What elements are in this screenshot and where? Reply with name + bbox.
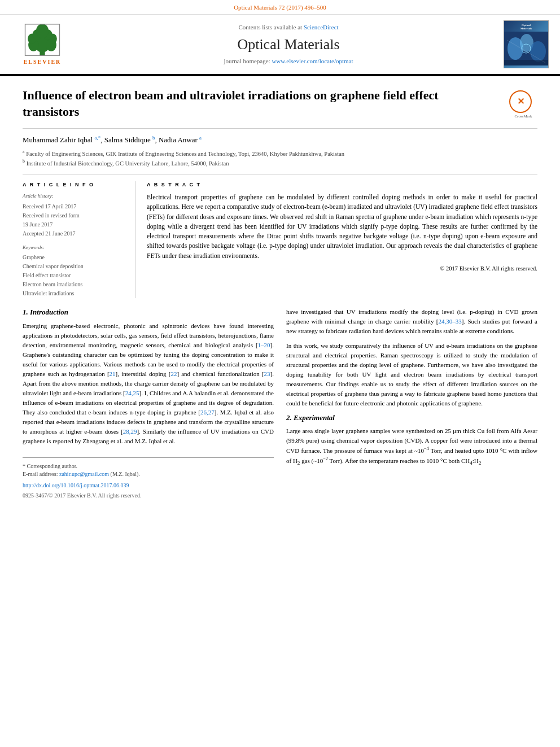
based-word-right: based bbox=[471, 390, 485, 397]
keyword-5: Ultraviolet irradiations bbox=[23, 289, 127, 298]
doi-link[interactable]: http://dx.doi.org/10.1016/j.optmat.2017.… bbox=[23, 482, 129, 488]
article-info-col: A R T I C L E I N F O Article history: R… bbox=[23, 181, 135, 299]
ref-22[interactable]: 22 bbox=[170, 370, 177, 377]
ref-24-25[interactable]: 24,25 bbox=[125, 390, 139, 396]
abstract-label: A B S T R A C T bbox=[147, 181, 537, 189]
article-info-abstract: A R T I C L E I N F O Article history: R… bbox=[23, 174, 537, 299]
crossmark-label: CrossMark bbox=[509, 114, 537, 120]
journal-cover-image: OpticalMaterials bbox=[504, 20, 549, 68]
crossmark-badge: ✕ CrossMark bbox=[509, 90, 537, 120]
corresponding-author-note: * Corresponding author. bbox=[23, 462, 274, 470]
journal-ref-text: Optical Materials 72 (2017) 496–500 bbox=[234, 4, 326, 11]
journal-title: Optical Materials bbox=[73, 34, 504, 55]
author-1-sup: a,* bbox=[94, 135, 100, 141]
received-revised-date: 19 June 2017 bbox=[23, 220, 127, 229]
article-title-section: Influence of electron beam and ultraviol… bbox=[23, 88, 537, 128]
article-history-label: Article history: bbox=[23, 193, 127, 200]
abstract-text: Electrical transport properties of graph… bbox=[147, 193, 537, 273]
author-1: Muhammad Zahir Iqbal bbox=[23, 136, 93, 144]
author-2-sup: b bbox=[152, 135, 155, 141]
article-title: Influence of electron beam and ultraviol… bbox=[23, 88, 498, 120]
ref-26-27[interactable]: 26,27 bbox=[200, 409, 215, 416]
doi-line: http://dx.doi.org/10.1016/j.optmat.2017.… bbox=[23, 482, 274, 490]
accepted-date: Accepted 21 June 2017 bbox=[23, 229, 127, 238]
journal-header: ELSEVIER Contents lists available at Sci… bbox=[0, 15, 560, 75]
copyright-footer: 0925-3467/© 2017 Elsevier B.V. All right… bbox=[23, 492, 274, 500]
crossmark-icon: ✕ bbox=[509, 90, 532, 113]
ref-1-20[interactable]: 1–20 bbox=[258, 342, 270, 348]
experimental-heading: 2. Experimental bbox=[286, 413, 537, 423]
right-para-1: have investigated that UV irradiations m… bbox=[286, 307, 537, 336]
ref-21[interactable]: 21 bbox=[110, 370, 116, 377]
article-content: Influence of electron beam and ultraviol… bbox=[0, 76, 560, 511]
keywords-label: Keywords: bbox=[23, 244, 127, 251]
abstract-col: A B S T R A C T Electrical transport pro… bbox=[147, 181, 537, 299]
affiliation-b: b Institute of Industrial Biotechnology,… bbox=[23, 158, 537, 168]
based-word: based bbox=[76, 322, 90, 329]
contents-available-line: Contents lists available at ScienceDirec… bbox=[73, 23, 504, 32]
author-3: Nadia Anwar bbox=[159, 136, 198, 144]
article-info-label: A R T I C L E I N F O bbox=[23, 181, 127, 189]
ref-28-29[interactable]: 28,29 bbox=[123, 428, 137, 435]
author-email-link[interactable]: zahir.upc@gmail.com bbox=[59, 471, 109, 477]
experimental-para-1: Large area single layer graphene samples… bbox=[286, 426, 537, 467]
intro-para-1: Emerging graphene-based electronic, phot… bbox=[23, 321, 274, 447]
article-title-wrapper: Influence of electron beam and ultraviol… bbox=[23, 88, 498, 120]
affiliations: a Faculty of Engineering Sciences, GIK I… bbox=[23, 148, 537, 168]
body-left-col: 1. Introduction Emerging graphene-based … bbox=[23, 307, 274, 500]
journal-reference-bar: Optical Materials 72 (2017) 496–500 bbox=[0, 0, 560, 15]
elsevier-logo: ELSEVIER bbox=[11, 23, 73, 66]
elsevier-label: ELSEVIER bbox=[24, 58, 62, 66]
author-3-sup: a bbox=[199, 135, 202, 141]
authors-line: Muhammad Zahir Iqbal a,*, Salma Siddique… bbox=[23, 134, 537, 146]
ref-23[interactable]: 23 bbox=[264, 370, 270, 377]
right-para-2: In this work, we study comparatively the… bbox=[286, 341, 537, 408]
author-2: Salma Siddique bbox=[104, 136, 151, 144]
ref-24-30-33[interactable]: 24,30–33 bbox=[438, 318, 461, 325]
journal-homepage-line: journal homepage: www.elsevier.com/locat… bbox=[73, 57, 504, 65]
journal-url[interactable]: www.elsevier.com/locate/optmat bbox=[272, 58, 353, 64]
received-revised-label: Received in revised form bbox=[23, 211, 127, 220]
footnote-area: * Corresponding author. E-mail address: … bbox=[23, 457, 274, 478]
journal-center-header: Contents lists available at ScienceDirec… bbox=[73, 23, 504, 65]
email-footnote: E-mail address: zahir.upc@gmail.com (M.Z… bbox=[23, 470, 274, 478]
abstract-copyright: © 2017 Elsevier B.V. All rights reserved… bbox=[147, 264, 537, 273]
body-content: 1. Introduction Emerging graphene-based … bbox=[23, 307, 537, 500]
keyword-3: Field effect transistor bbox=[23, 271, 127, 280]
keyword-1: Graphene bbox=[23, 253, 127, 262]
svg-point-8 bbox=[36, 24, 49, 38]
intro-heading: 1. Introduction bbox=[23, 307, 274, 317]
sciencedirect-link[interactable]: ScienceDirect bbox=[304, 24, 339, 30]
body-right-col: have investigated that UV irradiations m… bbox=[286, 307, 537, 500]
keyword-2: Chemical vapor deposition bbox=[23, 262, 127, 271]
affiliation-a: a Faculty of Engineering Sciences, GIK I… bbox=[23, 148, 537, 158]
svg-rect-14 bbox=[504, 60, 548, 65]
elsevier-tree-icon bbox=[23, 23, 62, 57]
cover-art bbox=[504, 32, 548, 65]
received-date: Received 17 April 2017 bbox=[23, 202, 127, 211]
keyword-4: Electron beam irradiations bbox=[23, 280, 127, 289]
